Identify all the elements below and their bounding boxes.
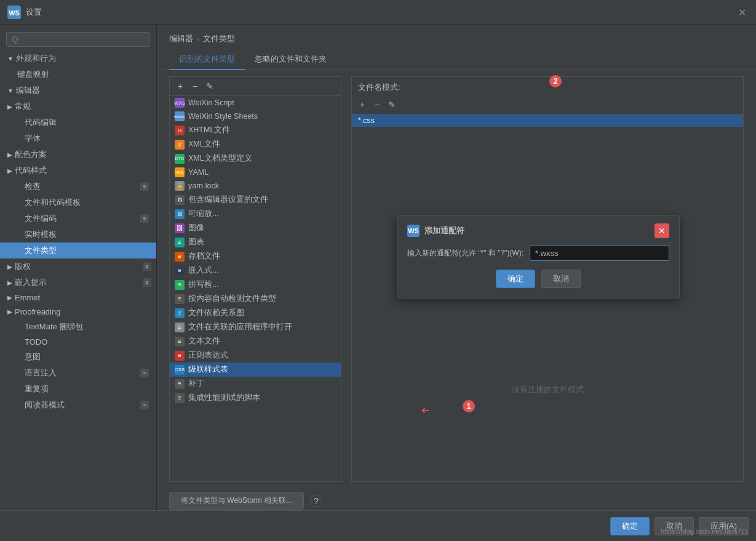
help-icon[interactable]: ? <box>310 495 322 507</box>
file-item-label: 文本文件 <box>188 336 220 347</box>
sidebar-item-editor[interactable]: ▼ 编辑器 <box>0 82 156 98</box>
sidebar-item-file-code-template[interactable]: 文件和代码模板 <box>0 194 156 210</box>
associate-file-type-button[interactable]: 将文件类型与 WebStorm 相关联... <box>169 492 304 510</box>
file-item-embed[interactable]: ≡ 嵌入式... <box>170 263 341 278</box>
file-item-label: 级联样式表 <box>188 364 228 375</box>
breadcrumb: 编辑器 › 文件类型 <box>157 25 756 49</box>
edit-pattern-button[interactable]: ✎ <box>385 98 399 111</box>
file-item-css[interactable]: CSS 级联样式表 <box>170 363 341 377</box>
breadcrumb-current: 文件类型 <box>203 33 235 44</box>
file-item-archive[interactable]: ≡ 存档文件 <box>170 249 341 263</box>
popup-close-button[interactable]: ✕ <box>655 223 669 238</box>
file-item-depgraph[interactable]: ≡ 文件依赖关系图 <box>170 306 341 320</box>
close-button[interactable]: ✕ <box>738 6 746 18</box>
dep-icon: ≡ <box>175 308 185 318</box>
file-item-label: 集成性能测试的脚本 <box>188 393 260 403</box>
auto-icon: ≡ <box>175 294 185 304</box>
pattern-toolbar: + − ✎ <box>352 95 743 114</box>
file-item-xml[interactable]: X XML文件 <box>170 137 341 151</box>
file-item-compress[interactable]: ⊞ 可缩放... <box>170 207 341 221</box>
xml-icon: X <box>175 140 185 150</box>
file-item-xhtml[interactable]: H XHTML文件 <box>170 123 341 137</box>
sidebar-item-todo[interactable]: TODO <box>0 335 156 349</box>
file-item-openinapp[interactable]: ≡ 文件在关联的应用程序中打开 <box>170 320 341 334</box>
file-item-label: WeiXin Style Sheets <box>188 112 258 121</box>
tab-ignored[interactable]: 忽略的文件和文件夹 <box>245 49 336 70</box>
file-item-table[interactable]: ≡ 图表 <box>170 235 341 249</box>
sidebar-item-reader-mode[interactable]: 阅读器模式 ≡ <box>0 397 156 413</box>
sidebar-item-live-template[interactable]: 实时模板 <box>0 226 156 242</box>
file-item-spell[interactable]: ≡ 拼写检... <box>170 278 341 292</box>
confirm-button[interactable]: 确定 <box>610 517 650 535</box>
file-item-yarnlock[interactable]: 🔒 yarn.lock <box>170 179 341 193</box>
sidebar-item-label: 实时模板 <box>25 229 57 240</box>
add-file-type-button[interactable]: + <box>173 79 187 93</box>
sidebar-item-label: 配色方案 <box>15 149 47 160</box>
compress-icon: ⊞ <box>175 209 185 219</box>
sidebar-item-color-scheme[interactable]: ▶ 配色方案 <box>0 146 156 162</box>
sidebar-item-proofreading[interactable]: ▶ Proofreading <box>0 305 156 319</box>
pattern-label: 文件名模式: <box>352 77 743 95</box>
text-icon: ≡ <box>175 337 185 347</box>
sidebar-item-file-type[interactable]: 文件类型 <box>0 242 156 258</box>
arrow-icon: ▶ <box>7 294 12 301</box>
file-item-label: WeiXin Script <box>188 98 234 107</box>
sidebar-item-code-edit[interactable]: 代码编辑 <box>0 114 156 130</box>
file-item-patch[interactable]: ≡ 补丁 <box>170 377 341 391</box>
sidebar-item-copyright[interactable]: ▶ 版权 ≡ <box>0 258 156 275</box>
file-item-label: XHTML文件 <box>188 125 230 135</box>
popup-cancel-button[interactable]: 取消 <box>541 270 581 288</box>
file-item-label: 补丁 <box>188 379 204 389</box>
edit-file-type-button[interactable]: ✎ <box>203 79 217 93</box>
file-item-editor-settings[interactable]: ⚙ 包含编辑器设置的文件 <box>170 193 341 207</box>
file-item-image[interactable]: 🖼 图像 <box>170 221 341 235</box>
sidebar-item-general[interactable]: ▶ 常规 <box>0 98 156 114</box>
arrow-icon: ▼ <box>7 55 14 62</box>
sidebar-item-lang-injection[interactable]: 语言注入 ≡ <box>0 365 156 381</box>
perf-icon: ≡ <box>175 393 185 403</box>
file-item-textfile[interactable]: ≡ 文本文件 <box>170 334 341 348</box>
file-item-label: 图像 <box>188 223 204 233</box>
file-item-wxss[interactable]: wxss WeiXin Style Sheets <box>170 110 341 123</box>
badge-icon: ≡ <box>143 278 151 287</box>
file-item-label: XML文件 <box>188 139 220 150</box>
wildcard-input[interactable] <box>530 246 669 261</box>
sidebar-item-emmet[interactable]: ▶ Emmet <box>0 291 156 305</box>
file-item-label: 正则表达式 <box>188 350 228 361</box>
tab-recognized[interactable]: 识别的文件类型 <box>169 49 245 70</box>
file-item-label: 包含编辑器设置的文件 <box>188 194 268 205</box>
yaml-icon: YML <box>175 167 185 177</box>
sidebar-item-label: 文件编码 <box>25 213 57 224</box>
sidebar-item-code-style[interactable]: ▶ 代码样式 <box>0 162 156 178</box>
css-icon: CSS <box>175 365 185 375</box>
file-item-autodetect[interactable]: ≡ 按内容自动检测文件类型 <box>170 292 341 306</box>
file-item-perf[interactable]: ≡ 集成性能测试的脚本 <box>170 391 341 405</box>
sidebar-item-duplicate[interactable]: 重复项 <box>0 381 156 397</box>
popup-buttons: 确定 取消 <box>407 270 669 288</box>
sidebar-item-file-encoding[interactable]: 文件编码 ≡ <box>0 210 156 226</box>
sidebar-item-intention[interactable]: 意图 <box>0 349 156 365</box>
sidebar-item-inspection[interactable]: 检查 ≡ <box>0 178 156 194</box>
pattern-item-css[interactable]: *.css <box>352 114 743 127</box>
file-item-regex[interactable]: ≡ 正则表达式 <box>170 348 341 363</box>
popup-confirm-button[interactable]: 确定 <box>496 270 535 288</box>
sidebar-item-textmate[interactable]: TextMate 捆绑包 <box>0 319 156 335</box>
file-item-label: 拼写检... <box>188 279 218 290</box>
file-item-xmldtd[interactable]: DTD XML文档类型定义 <box>170 151 341 166</box>
file-item-yaml[interactable]: YML YAML <box>170 166 341 179</box>
patch-icon: ≡ <box>175 379 185 389</box>
file-item-wxs[interactable]: WXS WeiXin Script <box>170 96 341 110</box>
search-input[interactable] <box>6 32 150 47</box>
sidebar-item-label: Proofreading <box>15 307 60 316</box>
add-pattern-button[interactable]: + <box>356 98 369 111</box>
sidebar-item-label: 检查 <box>25 181 41 192</box>
content-area: 编辑器 › 文件类型 识别的文件类型 忽略的文件和文件夹 + − ✎ <box>157 25 756 510</box>
sidebar-item-appearance[interactable]: ▼ 外观和行为 <box>0 50 156 66</box>
sidebar-item-inlay-hints[interactable]: ▶ 嵌入提示 ≡ <box>0 275 156 291</box>
sidebar-item-keymap[interactable]: 键盘映射 <box>0 66 156 82</box>
sidebar-item-font[interactable]: 字体 <box>0 130 156 146</box>
tabs-container: 识别的文件类型 忽略的文件和文件夹 <box>157 49 756 70</box>
remove-file-type-button[interactable]: − <box>188 79 202 93</box>
file-list: WXS WeiXin Script wxss WeiXin Style Shee… <box>170 96 341 481</box>
remove-pattern-button[interactable]: − <box>370 98 384 111</box>
